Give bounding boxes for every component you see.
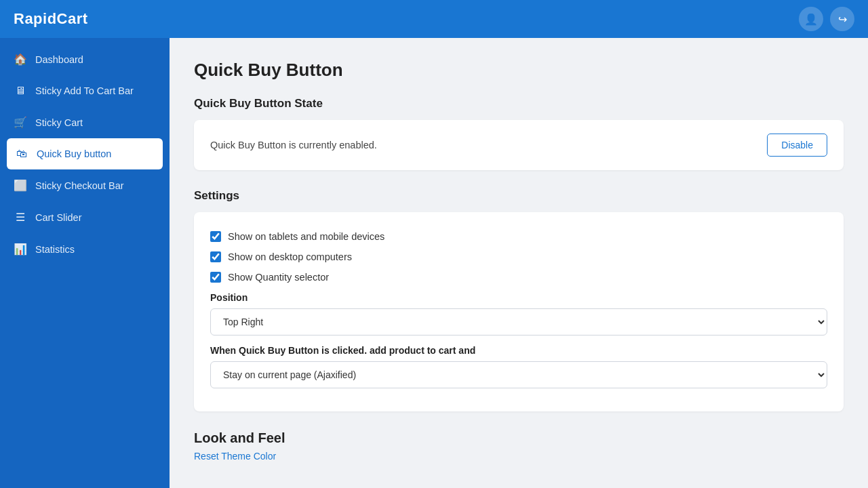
sidebar-item-label: Sticky Cart <box>35 117 83 128</box>
checkbox-label-tablets-mobile: Show on tablets and mobile devices <box>228 231 384 242</box>
page-title: Quick Buy Button <box>194 60 844 81</box>
position-select[interactable]: Top Right Top Left Bottom Right Bottom L… <box>210 308 827 336</box>
cart-icon: 🛒 <box>14 116 27 129</box>
state-card: Quick Buy Button is currently enabled. D… <box>194 120 844 170</box>
sidebar-item-label: Cart Slider <box>35 212 82 223</box>
user-icon: 👤 <box>804 13 818 26</box>
sidebar-item-cart-slider[interactable]: ☰ Cart Slider <box>0 201 170 233</box>
status-text: Quick Buy Button is currently enabled. <box>210 140 377 150</box>
layout: 🏠 Dashboard 🖥 Sticky Add To Cart Bar 🛒 S… <box>0 38 868 488</box>
header-actions: 👤 ↪ <box>799 7 854 31</box>
sidebar-item-sticky-cart[interactable]: 🛒 Sticky Cart <box>0 106 170 138</box>
position-label: Position <box>210 292 827 303</box>
sidebar-item-quick-buy-button[interactable]: 🛍 Quick Buy button <box>7 138 163 169</box>
sidebar-item-statistics[interactable]: 📊 Statistics <box>0 233 170 265</box>
sidebar-item-label: Sticky Checkout Bar <box>35 180 124 191</box>
reset-theme-color-link[interactable]: Reset Theme Color <box>194 451 276 462</box>
checkout-icon: ⬜ <box>14 179 27 192</box>
checkbox-row-quantity-selector[interactable]: Show Quantity selector <box>210 272 827 283</box>
checkbox-row-tablets-mobile[interactable]: Show on tablets and mobile devices <box>210 231 827 242</box>
shopping-bag-icon: 🛍 <box>15 148 28 160</box>
settings-section-title: Settings <box>194 189 844 203</box>
look-and-feel-title: Look and Feel <box>194 430 844 446</box>
settings-checkboxes: Show on tablets and mobile devices Show … <box>210 231 827 283</box>
sidebar-item-sticky-checkout-bar[interactable]: ⬜ Sticky Checkout Bar <box>0 169 170 201</box>
user-profile-button[interactable]: 👤 <box>799 7 823 31</box>
checkbox-tablets-mobile[interactable] <box>210 231 221 242</box>
checkbox-desktop[interactable] <box>210 251 221 262</box>
sidebar-item-sticky-add-to-cart-bar[interactable]: 🖥 Sticky Add To Cart Bar <box>0 75 170 106</box>
app-header: RapidCart 👤 ↪ <box>0 0 868 38</box>
settings-card: Show on tablets and mobile devices Show … <box>194 212 844 411</box>
checkbox-quantity-selector[interactable] <box>210 272 221 283</box>
click-action-select[interactable]: Stay on current page (Ajaxified) Go to c… <box>210 361 827 388</box>
chart-icon: 📊 <box>14 243 27 256</box>
sidebar-item-label: Quick Buy button <box>37 148 111 159</box>
app-logo: RapidCart <box>14 10 88 28</box>
sidebar: 🏠 Dashboard 🖥 Sticky Add To Cart Bar 🛒 S… <box>0 38 170 488</box>
main-content: Quick Buy Button Quick Buy Button State … <box>170 38 868 488</box>
checkbox-row-desktop[interactable]: Show on desktop computers <box>210 251 827 262</box>
sidebar-item-label: Sticky Add To Cart Bar <box>35 85 134 96</box>
sidebar-item-label: Dashboard <box>35 54 83 65</box>
look-and-feel-section: Look and Feel Reset Theme Color <box>194 430 844 462</box>
monitor-icon: 🖥 <box>14 85 27 97</box>
disable-button[interactable]: Disable <box>767 134 827 157</box>
checkbox-label-quantity-selector: Show Quantity selector <box>228 272 329 283</box>
sidebar-item-label: Statistics <box>35 244 75 255</box>
sidebar-item-dashboard[interactable]: 🏠 Dashboard <box>0 43 170 75</box>
checkbox-label-desktop: Show on desktop computers <box>228 251 352 262</box>
logout-icon: ↪ <box>838 13 847 26</box>
click-label: When Quick Buy Button is clicked. add pr… <box>210 345 827 356</box>
logout-button[interactable]: ↪ <box>830 7 854 31</box>
home-icon: 🏠 <box>14 53 27 66</box>
status-bar: Quick Buy Button is currently enabled. D… <box>210 134 827 157</box>
layers-icon: ☰ <box>14 211 27 224</box>
state-section-title: Quick Buy Button State <box>194 97 844 110</box>
